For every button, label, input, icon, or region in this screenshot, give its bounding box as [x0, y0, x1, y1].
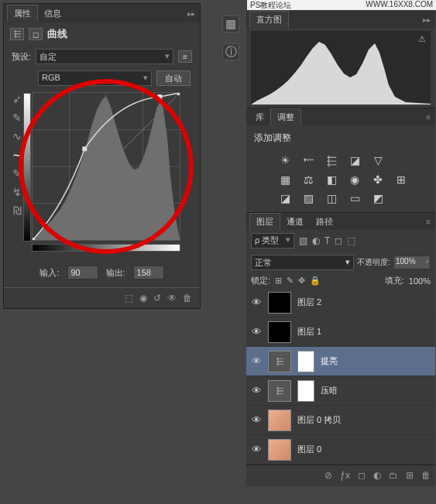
- preset-select[interactable]: 自定: [36, 49, 173, 64]
- swatch-dock-icon[interactable]: ▦: [222, 15, 239, 33]
- curve-graph[interactable]: [32, 92, 180, 241]
- lut-icon[interactable]: ⊞: [393, 173, 409, 186]
- color-balance-icon[interactable]: ⚖: [300, 173, 316, 186]
- invert-icon[interactable]: ◪: [277, 192, 293, 204]
- layer-thumb-image[interactable]: [268, 410, 291, 431]
- curves-adj-icon[interactable]: ⬱: [324, 154, 339, 167]
- link-layers-icon[interactable]: ⊘: [324, 470, 332, 482]
- layer-name[interactable]: 图层 2: [297, 297, 321, 308]
- adjust-menu-icon[interactable]: ≡: [421, 111, 435, 123]
- point-sampler-icon[interactable]: ➶: [10, 92, 24, 106]
- white-sampler-icon[interactable]: ✎: [10, 111, 24, 125]
- tab-library[interactable]: 库: [249, 109, 270, 125]
- layer-name[interactable]: 图层 0: [297, 444, 321, 455]
- layer-style-icon[interactable]: ƒx: [340, 470, 350, 482]
- reset-icon[interactable]: ↺: [153, 293, 161, 303]
- hist-toggle-icon[interactable]: ₪: [10, 204, 24, 218]
- layer-name[interactable]: 压暗: [321, 385, 338, 396]
- photo-filter-icon[interactable]: ◉: [347, 173, 362, 186]
- layer-thumb-image[interactable]: [268, 439, 291, 461]
- layer-thumb-curves[interactable]: ⬱: [268, 380, 291, 402]
- adjust-row-2: ▦ ⚖ ◧ ◉ ✤ ⊞: [254, 170, 427, 189]
- histogram-collapse-icon[interactable]: ▸▸: [418, 14, 435, 26]
- tab-adjustments[interactable]: 调整: [270, 108, 301, 125]
- histogram-canvas[interactable]: ⚠: [251, 31, 431, 105]
- layer-mask[interactable]: [297, 351, 314, 372]
- collapse-icon[interactable]: ▸▸: [183, 8, 200, 19]
- layers-menu-icon[interactable]: ≡: [421, 216, 435, 228]
- blend-mode-select[interactable]: 正常: [251, 255, 354, 270]
- layer-item[interactable]: 👁 图层 0: [246, 435, 435, 465]
- opacity-value[interactable]: 100%: [393, 255, 431, 269]
- visibility-toggle-icon[interactable]: 👁: [167, 293, 177, 303]
- exposure-icon[interactable]: ◪: [347, 154, 362, 167]
- layer-thumb[interactable]: [268, 321, 291, 343]
- bw-icon[interactable]: ◧: [324, 173, 339, 186]
- layer-item-selected[interactable]: 👁 ⬱ 提亮: [246, 347, 435, 376]
- filter-kind-select[interactable]: ρ 类型: [251, 233, 294, 249]
- lock-all-icon[interactable]: ⊞: [275, 276, 282, 286]
- vibrance-icon[interactable]: ▽: [370, 154, 386, 167]
- mask-icon[interactable]: ◻: [29, 28, 43, 40]
- layer-mask[interactable]: [297, 380, 314, 402]
- add-mask-icon[interactable]: ◻: [358, 470, 366, 482]
- filter-type-icon[interactable]: T: [324, 235, 330, 246]
- layer-item[interactable]: 👁 ⬱ 压暗: [246, 376, 435, 406]
- delete-icon[interactable]: 🗑: [183, 293, 192, 303]
- layer-name[interactable]: 提亮: [321, 355, 338, 367]
- new-group-icon[interactable]: 🗀: [389, 470, 398, 482]
- filter-pixel-icon[interactable]: ▧: [299, 235, 307, 246]
- tab-properties[interactable]: 属性: [7, 5, 38, 22]
- hue-icon[interactable]: ▦: [277, 173, 293, 186]
- channel-mixer-icon[interactable]: ✤: [370, 173, 386, 186]
- lock-pos-icon[interactable]: ✥: [298, 276, 305, 286]
- watermark-left: PS教程论坛: [250, 0, 291, 10]
- new-fill-icon[interactable]: ◐: [373, 470, 381, 482]
- channel-select[interactable]: RGB: [38, 70, 152, 86]
- new-layer-icon[interactable]: ⊞: [406, 470, 414, 482]
- layer-item[interactable]: 👁 图层 2: [246, 288, 435, 317]
- visibility-icon[interactable]: 👁: [251, 385, 262, 396]
- fill-value[interactable]: 100%: [409, 276, 431, 286]
- lock-pixels-icon[interactable]: ✎: [287, 276, 294, 286]
- tab-info[interactable]: 信息: [38, 5, 67, 22]
- preset-menu-icon[interactable]: ≡: [178, 50, 192, 63]
- layer-item[interactable]: 👁 图层 1: [246, 317, 435, 347]
- brightness-icon[interactable]: ☀: [277, 154, 293, 167]
- filter-adjust-icon[interactable]: ◐: [312, 235, 320, 246]
- curve-tool-icon[interactable]: ∼: [10, 148, 24, 162]
- smooth-icon[interactable]: ∿: [10, 129, 24, 143]
- clip-to-layer-icon[interactable]: ⬚: [125, 293, 133, 303]
- layer-thumb-curves[interactable]: ⬱: [268, 351, 291, 372]
- layer-name[interactable]: 图层 0 拷贝: [297, 414, 341, 426]
- delete-layer-icon[interactable]: 🗑: [421, 470, 431, 482]
- view-previous-icon[interactable]: ◉: [139, 293, 147, 303]
- visibility-icon[interactable]: 👁: [251, 297, 262, 308]
- tab-channels[interactable]: 通道: [280, 214, 310, 230]
- visibility-icon[interactable]: 👁: [251, 444, 262, 455]
- info-dock-icon[interactable]: ⓘ: [222, 43, 239, 60]
- tab-histogram[interactable]: 直方图: [249, 11, 289, 28]
- filter-smart-icon[interactable]: ⬚: [347, 235, 355, 246]
- tab-layers[interactable]: 图层: [249, 213, 280, 230]
- visibility-icon[interactable]: 👁: [251, 355, 262, 367]
- clip-icon[interactable]: ↯: [10, 185, 24, 199]
- input-value[interactable]: 90: [67, 266, 98, 279]
- output-value[interactable]: 158: [133, 266, 164, 279]
- tab-paths[interactable]: 路径: [310, 214, 339, 230]
- pencil-tool-icon[interactable]: ✎: [10, 166, 24, 180]
- visibility-icon[interactable]: 👁: [251, 326, 262, 338]
- layer-item[interactable]: 👁 图层 0 拷贝: [246, 406, 435, 435]
- lock-icon[interactable]: 🔒: [310, 276, 321, 286]
- levels-icon[interactable]: ⬳: [300, 154, 316, 167]
- selective-color-icon[interactable]: ◩: [370, 192, 386, 204]
- layer-name[interactable]: 图层 1: [297, 326, 321, 338]
- visibility-icon[interactable]: 👁: [251, 414, 262, 426]
- posterize-icon[interactable]: ▨: [300, 192, 316, 204]
- gradient-map-icon[interactable]: ▭: [347, 192, 362, 204]
- filter-shape-icon[interactable]: ◻: [335, 235, 342, 246]
- threshold-icon[interactable]: ◫: [324, 192, 339, 204]
- layer-thumb[interactable]: [268, 292, 291, 314]
- histogram-warning-icon[interactable]: ⚠: [418, 34, 426, 44]
- auto-button[interactable]: 自动: [156, 70, 191, 86]
